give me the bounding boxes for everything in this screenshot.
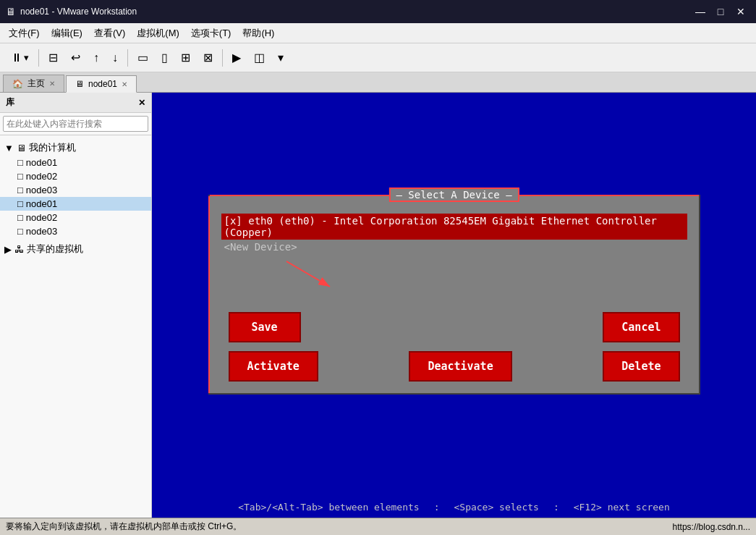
sidebar-item-label: node01 [26, 157, 57, 168]
vm-content: — Select A Device — [x] eth0 (eth0) - In… [152, 93, 756, 518]
fullscreen-icon: ▶ [232, 51, 241, 64]
sidebar-tree: ▼ 🖥 我的计算机 □ node01 □ node02 □ node03 [0, 135, 151, 518]
vm-area[interactable]: — Select A Device — [x] eth0 (eth0) - In… [152, 93, 756, 518]
vm-leaf-icon-6: □ [17, 226, 23, 237]
vm-leaf-icon-2: □ [17, 171, 23, 182]
status-right: https://blog.csdn.n... [673, 522, 750, 532]
pause-button[interactable]: ⏸ ▾ [6, 47, 34, 69]
toolbar: ⏸ ▾ ⊟ ↩ ↑ ↓ ▭ ▯ ⊞ ⊠ ▶ ◫ ▾ [0, 43, 756, 72]
prev-snapshot-button[interactable]: ↑ [88, 47, 104, 69]
minimize-button[interactable]: — [691, 4, 710, 19]
arrow-svg [265, 254, 409, 298]
shared-group: ▶ 🖧 共享的虚拟机 [0, 240, 151, 258]
hint-text-3: <F12> next screen [574, 502, 670, 513]
hint-text-1: <Tab>/<Alt-Tab> between elements [238, 502, 419, 513]
title-bar-left: 🖥 node01 - VMware Workstation [6, 6, 137, 17]
menu-help[interactable]: 帮助(H) [237, 24, 280, 43]
tab-node01-label: node01 [88, 79, 117, 89]
toolbar-separator [38, 49, 39, 67]
snapshot-icon: ↩ [71, 51, 80, 64]
next-snapshot-button[interactable]: ↓ [107, 47, 123, 69]
sidebar-item-node01-1[interactable]: □ node01 [0, 156, 151, 169]
view-button-1[interactable]: ▭ [132, 47, 153, 69]
pause-dropdown-icon: ▾ [24, 52, 29, 63]
menu-vm[interactable]: 虚拟机(M) [131, 24, 185, 43]
device-item-new[interactable]: <New Device> [221, 240, 687, 254]
view-button-2[interactable]: ▯ [156, 47, 173, 69]
menu-tabs[interactable]: 选项卡(T) [185, 24, 237, 43]
save-button[interactable]: Save [229, 312, 301, 342]
sidebar-search-input[interactable] [3, 116, 148, 132]
sidebar-item-node01-2[interactable]: □ node01 [0, 197, 151, 211]
send-keys-icon: ⊟ [48, 51, 58, 64]
view-button-4[interactable]: ⊠ [198, 47, 218, 69]
toolbar-separator-2 [127, 49, 128, 67]
vm-icon: 🖥 [75, 79, 84, 89]
dialog-buttons-row-2: Activate Deactivate Delete [221, 351, 687, 382]
sidebar-item-label-2: node02 [26, 171, 57, 182]
fullscreen-button[interactable]: ▶ [227, 47, 246, 69]
status-left: 要将输入定向到该虚拟机，请在虚拟机内部单击或按 Ctrl+G。 [6, 521, 242, 533]
sidebar: 库 ✕ ▼ 🖥 我的计算机 □ node01 □ node02 [0, 93, 152, 518]
pause-icon: ⏸ [11, 51, 22, 64]
send-keys-button[interactable]: ⊟ [43, 47, 63, 69]
vm-leaf-icon: □ [17, 157, 23, 168]
vm-dialog: — Select A Device — [x] eth0 (eth0) - In… [208, 195, 700, 395]
hint-text-2: <Space> selects [454, 502, 538, 513]
menu-view[interactable]: 查看(V) [88, 24, 131, 43]
menu-file[interactable]: 文件(F) [3, 24, 46, 43]
vm-leaf-icon-5: □ [17, 212, 23, 223]
my-computer-header[interactable]: ▼ 🖥 我的计算机 [0, 140, 151, 156]
sidebar-title: 库 [6, 96, 14, 109]
snapshot-button[interactable]: ↩ [66, 47, 85, 69]
expand-icon-2: ▶ [4, 244, 12, 255]
app-icon: 🖥 [6, 6, 16, 17]
deactivate-button[interactable]: Deactivate [409, 351, 511, 382]
computer-icon: 🖥 [17, 143, 26, 153]
dialog-title: — Select A Device — [388, 188, 519, 202]
window-title: node01 - VMware Workstation [20, 7, 137, 17]
next-snapshot-icon: ↓ [112, 51, 118, 64]
delete-button[interactable]: Delete [603, 351, 679, 382]
cancel-button[interactable]: Cancel [603, 312, 679, 342]
sidebar-item-node03-1[interactable]: □ node03 [0, 183, 151, 197]
expand-icon: ▼ [4, 143, 14, 153]
tab-home[interactable]: 🏠 主页 ✕ [3, 75, 64, 92]
sidebar-item-label-4: node01 [26, 198, 57, 209]
tab-node01[interactable]: 🖥 node01 ✕ [66, 75, 137, 93]
sidebar-item-node02-1[interactable]: □ node02 [0, 169, 151, 183]
sidebar-item-node02-2[interactable]: □ node02 [0, 211, 151, 224]
tab-node01-close[interactable]: ✕ [122, 80, 127, 88]
my-computer-label: 我的计算机 [29, 141, 76, 154]
more-button[interactable]: ▾ [273, 47, 289, 69]
activate-button[interactable]: Activate [229, 351, 318, 382]
vm-hint-bar: <Tab>/<Alt-Tab> between elements : <Spac… [152, 496, 756, 518]
view-button-3[interactable]: ⊞ [176, 47, 195, 69]
device-item-eth0[interactable]: [x] eth0 (eth0) - Intel Corporation 8254… [221, 214, 687, 240]
tab-home-close[interactable]: ✕ [49, 80, 55, 88]
title-bar: 🖥 node01 - VMware Workstation — □ ✕ [0, 0, 756, 23]
hint-sep-1: : [434, 502, 440, 513]
tab-bar: 🏠 主页 ✕ 🖥 node01 ✕ [0, 72, 756, 93]
vm-leaf-icon-3: □ [17, 185, 23, 195]
device-list: [x] eth0 (eth0) - Intel Corporation 8254… [221, 214, 687, 254]
more-icon: ▾ [278, 51, 284, 64]
main-layout: 库 ✕ ▼ 🖥 我的计算机 □ node01 □ node02 [0, 93, 756, 518]
home-icon: 🏠 [12, 79, 23, 89]
hint-sep-2: : [553, 502, 559, 513]
sidebar-item-node03-2[interactable]: □ node03 [0, 224, 151, 238]
menu-edit[interactable]: 编辑(E) [46, 24, 88, 43]
arrow-area [221, 254, 687, 298]
shared-header[interactable]: ▶ 🖧 共享的虚拟机 [0, 241, 151, 257]
shared-label: 共享的虚拟机 [27, 243, 83, 256]
sidebar-header: 库 ✕ [0, 93, 151, 113]
vm-leaf-icon-4: □ [17, 198, 23, 209]
close-button[interactable]: ✕ [731, 4, 750, 19]
sidebar-item-label-5: node02 [26, 212, 57, 223]
sidebar-close-icon[interactable]: ✕ [138, 98, 145, 108]
view-icon-1: ▭ [137, 51, 148, 64]
prev-snapshot-icon: ↑ [93, 51, 99, 64]
maximize-button[interactable]: □ [711, 4, 730, 19]
menu-bar: 文件(F) 编辑(E) 查看(V) 虚拟机(M) 选项卡(T) 帮助(H) [0, 23, 756, 43]
unity-button[interactable]: ◫ [249, 47, 270, 69]
